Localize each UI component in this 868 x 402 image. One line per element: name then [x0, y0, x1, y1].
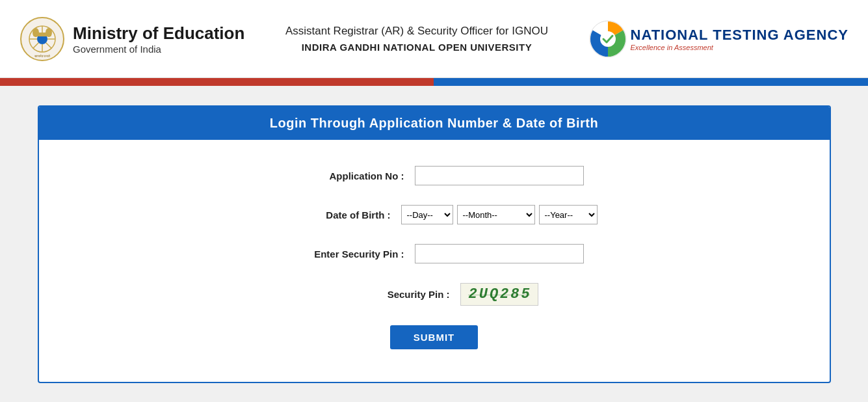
- dob-day-select[interactable]: --Day-- 12345 678910 1112131415 16171819…: [401, 205, 453, 224]
- center-title: Assistant Registrar (AR) & Security Offi…: [244, 25, 588, 38]
- header-title-block: Ministry of Education Government of Indi…: [73, 23, 244, 55]
- submit-button[interactable]: SUBMIT: [390, 325, 479, 349]
- enter-security-pin-row: Enter Security Pin :: [78, 244, 791, 263]
- captcha-image: 2UQ285: [460, 283, 538, 306]
- header-left-block: सत्यमेव जयते Ministry of Education Gover…: [20, 16, 244, 62]
- svg-rect-14: [33, 33, 51, 36]
- nta-logo: NATIONAL TESTING AGENCY Excellence in As…: [589, 20, 849, 58]
- dob-group: --Day-- 12345 678910 1112131415 16171819…: [401, 205, 598, 224]
- color-bar: [0, 78, 868, 86]
- dob-row: Date of Birth : --Day-- 12345 678910 111…: [78, 205, 791, 224]
- ministry-title: Ministry of Education: [73, 23, 244, 44]
- svg-text:सत्यमेव जयते: सत्यमेव जयते: [34, 54, 50, 58]
- header-center-block: Assistant Registrar (AR) & Security Offi…: [244, 25, 588, 53]
- dob-label: Date of Birth :: [271, 209, 401, 221]
- header-right-block: NATIONAL TESTING AGENCY Excellence in As…: [589, 20, 849, 58]
- security-pin-label: Security Pin :: [330, 289, 460, 300]
- application-no-label: Application No :: [285, 170, 415, 181]
- security-pin-input[interactable]: [415, 244, 584, 263]
- security-pin-row: Security Pin : 2UQ285: [78, 283, 791, 306]
- emblem-logo: सत्यमेव जयते: [20, 16, 65, 62]
- login-form-card: Login Through Application Number & Date …: [38, 105, 831, 383]
- application-no-input[interactable]: [415, 166, 584, 185]
- nta-text: NATIONAL TESTING AGENCY Excellence in As…: [631, 27, 849, 51]
- dob-month-select[interactable]: --Month-- JanuaryFebruaryMarchApril MayJ…: [457, 205, 535, 224]
- page-header: सत्यमेव जयते Ministry of Education Gover…: [0, 0, 868, 78]
- submit-row: SUBMIT: [78, 325, 791, 349]
- main-content: Login Through Application Number & Date …: [0, 86, 868, 402]
- form-card-body: Application No : Date of Birth : --Day--…: [39, 140, 830, 382]
- form-card-header: Login Through Application Number & Date …: [39, 107, 830, 140]
- nta-circle-icon: [589, 20, 627, 58]
- nta-main-label: NATIONAL TESTING AGENCY: [631, 27, 849, 44]
- application-no-row: Application No :: [78, 166, 791, 185]
- enter-security-pin-label: Enter Security Pin :: [285, 248, 415, 260]
- gov-subtitle: Government of India: [73, 44, 244, 55]
- dob-year-select[interactable]: --Year-- 1960196519701975 19801985199019…: [539, 205, 598, 224]
- nta-tagline: Excellence in Assessment: [631, 44, 849, 51]
- center-subtitle: INDIRA GANDHI NATIONAL OPEN UNIVERSITY: [244, 42, 588, 53]
